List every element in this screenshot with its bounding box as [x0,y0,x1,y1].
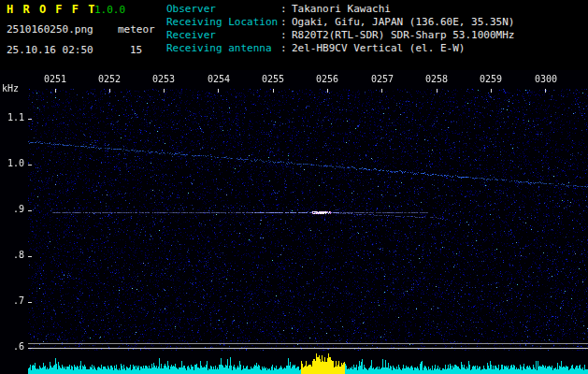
info-label: Receiver [166,29,280,42]
info-colon: : [280,3,292,16]
time-tick-label: 0256 [311,75,343,84]
info-label: Observer [166,3,280,16]
spectrogram-canvas [0,70,588,374]
observation-datetime: 25.10.16 02:50 [7,45,93,55]
time-tick-label: 0254 [203,75,235,84]
info-row-observer: Observer : Takanori Kawachi [166,3,514,16]
info-value: 2el-HB9CV Vertical (el. E-W) [292,42,465,55]
time-tick-label: 0300 [530,75,562,84]
freq-tick-label: .8 [0,251,24,260]
freq-tick-label: .9 [0,205,24,214]
hrofft-window: H R O F F T 1.0.0 2510160250.png meteor … [0,0,588,374]
freq-unit-label: kHz [2,84,19,94]
time-tick-label: 0258 [421,75,452,84]
info-label: Receiving antenna [166,42,280,55]
time-tick-label: 0252 [93,75,125,84]
freq-tick-label: 1.1 [0,113,24,122]
info-value: R820T2(RTL-SDR) SDR-Sharp 53.1000MHz [292,29,514,42]
output-filename: 2510160250.png [7,24,93,35]
info-row-receiver: Receiver : R820T2(RTL-SDR) SDR-Sharp 53.… [166,29,514,42]
time-tick-label: 0257 [366,75,398,84]
info-colon: : [280,29,292,42]
mode-label: meteor [118,24,155,35]
info-colon: : [280,16,292,29]
freq-tick-label: .7 [0,296,24,306]
freq-tick-label: .6 [0,342,24,352]
time-tick-label: 0259 [475,75,507,84]
app-title: H R O F F T [7,4,96,15]
freq-tick-label: 1.0 [0,159,24,168]
info-colon: : [280,42,292,55]
time-tick-label: 0251 [39,75,71,84]
time-tick-label: 0255 [257,75,289,84]
info-label: Receiving Location [166,16,280,29]
info-row-location: Receiving Location : Ogaki, Gifu, JAPAN … [166,16,514,29]
info-row-antenna: Receiving antenna : 2el-HB9CV Vertical (… [166,42,514,55]
time-tick-label: 0253 [148,75,179,84]
info-value: Ogaki, Gifu, JAPAN (136.60E, 35.35N) [292,16,514,29]
info-value: Takanori Kawachi [292,3,391,16]
station-info: Observer : Takanori Kawachi Receiving Lo… [166,3,514,55]
app-version: 1.0.0 [94,5,125,15]
echo-count: 15 [130,45,142,55]
